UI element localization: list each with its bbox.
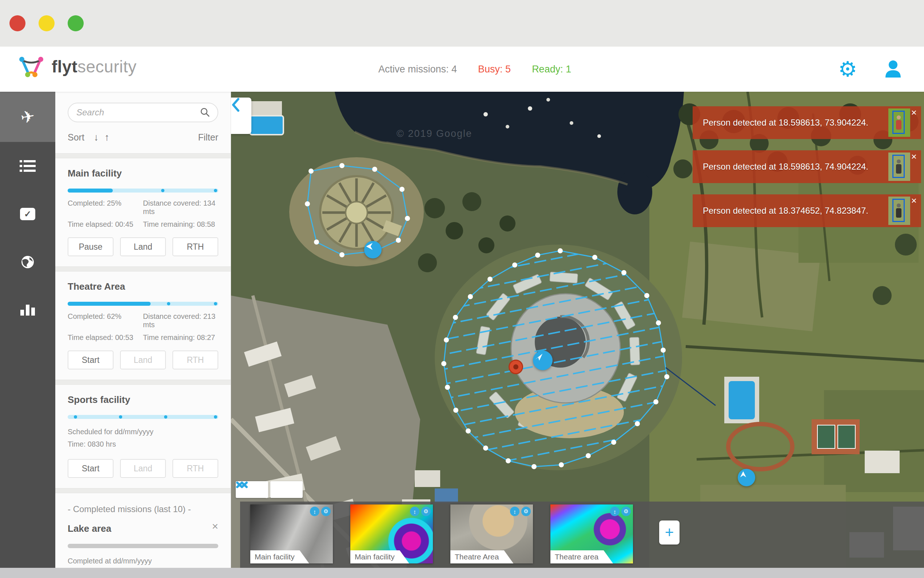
alert-text: Person detected at 18.374652, 74.823847. (693, 206, 888, 216)
window-bottom-bar (0, 568, 924, 578)
nav-item-missions[interactable]: ✈ (0, 92, 55, 142)
divider (55, 380, 231, 385)
close-icon[interactable]: × (911, 196, 917, 205)
detection-thumbnail[interactable] (888, 196, 910, 225)
feed-thumbnail-main-facility-thermal[interactable]: ↕⚙ Main facility (350, 505, 433, 563)
drone-heading-icon (364, 241, 375, 252)
land-button[interactable]: Land (120, 459, 166, 478)
expand-icon[interactable]: ↕ (410, 507, 419, 516)
drone-marker-west[interactable] (364, 241, 382, 258)
drone-marker-southeast[interactable] (738, 469, 755, 486)
nav-item-world[interactable] (0, 238, 55, 286)
nav-item-tasks[interactable]: ✓ (0, 190, 55, 238)
mission-progress-bar (68, 302, 218, 306)
window-titlebar (0, 0, 924, 47)
stat-scheduled: Scheduled for dd/mm/yyyy (68, 425, 218, 438)
brand-name-light: security (78, 57, 136, 76)
close-icon[interactable]: × (911, 152, 917, 161)
bar-chart-icon (20, 305, 35, 316)
detection-thumbnail[interactable] (888, 109, 910, 137)
land-button[interactable]: Land (120, 237, 166, 256)
mission-title: Theatre Area (68, 281, 218, 292)
user-profile-icon[interactable] (882, 58, 904, 80)
sort-ascending-icon[interactable]: ↑ (104, 132, 110, 143)
drone-heading-icon (533, 351, 545, 362)
feed-label: Theatre Area (450, 550, 513, 563)
mission-stats: Active missions: 4 Busy: 5 Ready: 1 (378, 47, 571, 92)
ready-count: Ready: 1 (532, 64, 571, 75)
person-detected-alert[interactable]: Person detected at 18.374652, 74.823847.… (693, 194, 921, 227)
search-box[interactable] (68, 103, 218, 122)
person-detected-alert[interactable]: Person detected at 18.598613, 74.904224.… (693, 150, 921, 183)
feed-thumbnail-theatre-area-visual[interactable]: ↕⚙ Theatre Area (450, 505, 533, 563)
expand-icon[interactable]: ↕ (310, 507, 319, 516)
mission-card-sports-facility: Sports facility Scheduled for dd/mm/yyyy… (68, 385, 218, 478)
detection-marker[interactable] (508, 360, 523, 374)
mission-title: Lake area (68, 523, 218, 534)
nav-item-list[interactable] (0, 142, 55, 190)
stat-time: Time: 0830 hrs (68, 438, 218, 450)
feed-label: Main facility (250, 550, 309, 563)
sort-label: Sort (68, 132, 84, 143)
filter-button[interactable]: Filter (198, 132, 218, 143)
app-header: flytsecurity Active missions: 4 Busy: 5 … (0, 47, 924, 92)
mission-title: Sports facility (68, 394, 218, 406)
brand-logo: flytsecurity (18, 55, 136, 79)
feed-label: Theatre area (550, 550, 613, 563)
expand-icon[interactable]: ↕ (510, 507, 519, 516)
stat-completed: Completed: 25% (68, 199, 143, 216)
bounding-box (892, 155, 905, 178)
list-icon (19, 159, 36, 172)
brand-name-bold: flyt (52, 57, 78, 76)
search-icon (200, 107, 210, 118)
mission-card-main-facility: Main facility Completed: 25% Distance co… (68, 158, 218, 256)
start-button[interactable]: Start (68, 351, 113, 369)
rth-button[interactable]: RTH (172, 459, 218, 478)
stat-completed: Completed: 62% (68, 312, 143, 329)
airplane-icon: ✈ (19, 106, 36, 128)
app-window: flytsecurity Active missions: 4 Busy: 5 … (0, 0, 924, 578)
pause-button[interactable]: Pause (68, 237, 113, 256)
rth-button[interactable]: RTH (172, 237, 218, 256)
start-button[interactable]: Start (68, 459, 113, 478)
add-feed-button[interactable]: + (659, 521, 680, 544)
feed-thumbnail-main-facility-visual[interactable]: ↕⚙ Main facility (250, 505, 333, 563)
gear-icon[interactable]: ⚙ (421, 507, 431, 516)
stat-completed-at: Completed at dd/mm/yyyy (68, 555, 218, 567)
alert-text: Person detected at 18.598613, 74.904224. (693, 162, 888, 172)
busy-count: Busy: 5 (478, 64, 511, 75)
gear-icon[interactable]: ⚙ (521, 507, 531, 516)
person-detected-alert[interactable]: Person detected at 18.598613, 73.904224.… (693, 106, 921, 139)
window-close-button[interactable] (10, 15, 26, 31)
search-input[interactable] (76, 107, 200, 118)
window-zoom-button[interactable] (68, 15, 84, 31)
divider (55, 153, 231, 158)
gear-icon[interactable]: ⚙ (321, 507, 331, 516)
nav-rail: ✈ ✓ (0, 92, 55, 578)
mission-progress-bar (68, 415, 218, 419)
expand-icon[interactable]: ↕ (610, 507, 620, 516)
panel-collapse-button[interactable] (231, 97, 251, 134)
chevron-up-icon (236, 481, 248, 489)
chevron-left-icon (231, 97, 241, 112)
pan-up-button[interactable] (270, 481, 303, 498)
divider (55, 266, 231, 271)
alert-stack: Person detected at 18.598613, 73.904224.… (693, 106, 921, 239)
gear-icon[interactable]: ⚙ (621, 507, 631, 516)
rth-button[interactable]: RTH (172, 351, 218, 369)
land-button[interactable]: Land (120, 351, 166, 369)
detection-thumbnail[interactable] (888, 153, 910, 181)
close-icon[interactable]: × (911, 108, 917, 117)
sort-descending-icon[interactable]: ↓ (94, 132, 99, 143)
completed-progress-bar (68, 544, 218, 548)
alert-text: Person detected at 18.598613, 73.904224. (693, 118, 888, 128)
feed-thumbnail-theatre-area-thermal[interactable]: ↕⚙ Theatre area (550, 505, 633, 563)
settings-gear-icon[interactable]: ⚙ (838, 58, 857, 80)
feed-label: Main facility (350, 550, 409, 563)
globe-icon (20, 255, 35, 270)
window-minimize-button[interactable] (39, 15, 55, 31)
close-icon[interactable]: × (212, 521, 218, 532)
mission-card-theatre-area: Theatre Area Completed: 62% Distance cov… (68, 271, 218, 369)
nav-item-analytics[interactable] (0, 286, 55, 334)
drone-marker-center[interactable] (533, 351, 553, 370)
